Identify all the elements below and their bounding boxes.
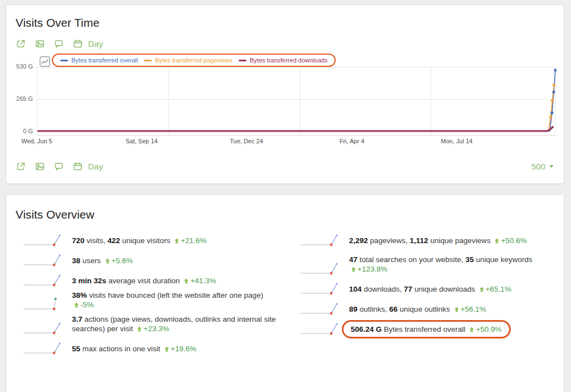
stat-row: 720 visits, 422 unique visitors +21.6%: [23, 230, 284, 245]
overview-column-left: 720 visits, 422 unique visitors +21.6%38…: [23, 230, 284, 359]
increase-arrow-icon: [479, 287, 485, 292]
x-tick-label: Wed, Jun 5: [21, 138, 52, 144]
stat-label: average visit duration: [107, 277, 182, 285]
stat-label: downloads,: [362, 285, 404, 293]
legend-item[interactable]: Bytes transferred overall: [60, 57, 138, 64]
stat-text: 720 visits, 422 unique visitors +21.6%: [72, 236, 284, 245]
stat-label: actions (page views, downloads, outlinks…: [72, 315, 275, 333]
increase-arrow-icon: [137, 326, 142, 332]
stat-value: 720: [72, 236, 85, 245]
stat-value: 47: [349, 255, 357, 264]
increase-arrow-icon: [494, 238, 500, 244]
increase-arrow-icon: [183, 278, 189, 284]
stat-value: 38: [72, 257, 80, 265]
legend-item[interactable]: Bytes transferred downloads: [239, 57, 327, 64]
sparkline-rise-icon: [300, 299, 340, 317]
chevron-down-icon: [549, 165, 554, 168]
series-line-bytes-transferred-overall: [37, 70, 555, 131]
stat-value: 3.7: [72, 315, 83, 323]
widget-title: Visits Overview: [16, 208, 94, 221]
image-icon[interactable]: [35, 161, 45, 172]
legend-label: Bytes transferred overall: [71, 57, 138, 64]
stat-value: 422: [108, 236, 120, 245]
stat-row: 3.7 actions (page views, downloads, outl…: [23, 314, 284, 333]
data-point-bytes-transferred-pageviews: [551, 99, 554, 101]
stat-text: 2,292 pageviews, 1,112 unique pageviews …: [349, 236, 539, 245]
evolution-percent: +19.6%: [171, 345, 196, 353]
evolution-change: +56.1%: [452, 305, 486, 313]
increase-arrow-icon: [105, 258, 110, 264]
stat-text: 506.24 G Bytes transferred overall +50.9…: [349, 325, 539, 334]
x-tick-label: Mon, Jul 14: [441, 138, 473, 144]
stat-value: 3 min 32s: [72, 277, 107, 285]
evolution-change: +123.8%: [349, 265, 388, 273]
calendar-icon[interactable]: [72, 161, 83, 172]
sparkline-rise-icon: [300, 230, 340, 248]
widget-toolbar-top: Day: [16, 38, 554, 49]
data-point-bytes-transferred-downloads: [551, 126, 554, 128]
image-icon[interactable]: [35, 38, 45, 49]
y-tick-label: 265 G: [9, 95, 33, 102]
stat-label: visits,: [85, 236, 108, 245]
y-tick-label: 530 G: [9, 63, 33, 70]
data-point-bytes-transferred-overall: [550, 112, 553, 114]
stat-row: 47 total searches on your website, 35 un…: [300, 255, 539, 274]
stat-text: 55 max actions in one visit +19.6%: [72, 344, 284, 354]
export-icon[interactable]: [16, 161, 26, 172]
stat-value: 55: [72, 345, 80, 353]
stat-row: 506.24 G Bytes transferred overall +50.9…: [300, 319, 539, 334]
stat-row: 55 max actions in one visit +19.6%: [23, 338, 284, 354]
stat-text: 47 total searches on your website, 35 un…: [349, 255, 539, 274]
data-point-bytes-transferred-pageviews: [549, 115, 552, 118]
evolution-percent: +41.3%: [190, 277, 216, 285]
increase-arrow-icon: [74, 302, 79, 308]
export-icon[interactable]: [16, 38, 26, 49]
chart-legend: Bytes transferred overallBytes transferr…: [60, 57, 327, 64]
period-selector[interactable]: Day: [88, 162, 103, 171]
annotation-oval-legend: Bytes transferred overallBytes transferr…: [52, 54, 336, 67]
visits-over-time-widget: Visits Over Time: [6, 4, 564, 184]
stat-text: 89 outlinks, 66 unique outlinks +56.1%: [349, 304, 539, 314]
line-chart-icon-button[interactable]: [40, 56, 50, 69]
stat-value: 66: [389, 305, 398, 313]
time-series-plot[interactable]: [37, 65, 557, 135]
period-selector[interactable]: Day: [88, 39, 103, 49]
sparkline-rise-icon: [300, 259, 340, 277]
evolution-change: +5.6%: [103, 257, 133, 265]
evolution-change: +50.9%: [467, 325, 501, 333]
row-limit-dropdown[interactable]: 500: [531, 162, 554, 171]
stat-text: 3 min 32s average visit duration +41.3%: [72, 276, 284, 285]
annotation-icon[interactable]: [54, 161, 64, 172]
stat-label: visits have bounced (left the website af…: [87, 291, 263, 299]
stat-text: 38 users +5.6%: [72, 256, 284, 265]
stat-row: 3 min 32s average visit duration +41.3%: [23, 270, 284, 285]
widget-toolbar-bottom: Day 500: [16, 161, 554, 172]
stat-label: unique pageviews: [428, 236, 493, 245]
legend-item[interactable]: Bytes transferred pageviews: [144, 57, 233, 64]
legend-dash-icon: [144, 60, 152, 61]
sparkline-rise-icon: [23, 250, 63, 268]
stat-label: outlinks,: [357, 305, 389, 313]
evolution-percent: -5%: [80, 301, 94, 309]
stat-label: unique visitors: [120, 236, 172, 245]
legend-label: Bytes transferred pageviews: [155, 57, 233, 64]
increase-arrow-icon: [351, 267, 356, 272]
data-point-bytes-transferred-pageviews: [553, 83, 555, 86]
stat-value: 77: [404, 285, 412, 293]
row-limit-value: 500: [531, 162, 545, 171]
stat-value: 35: [466, 255, 474, 264]
stat-label: pageviews,: [368, 236, 410, 245]
x-tick-label: Tue, Dec 24: [230, 138, 263, 144]
x-tick-label: Fri, Apr 4: [340, 138, 365, 144]
evolution-change: +50.6%: [492, 236, 526, 245]
annotation-icon[interactable]: [54, 38, 64, 49]
evolution-change: -5%: [72, 301, 94, 309]
evolution-percent: +56.1%: [461, 305, 486, 313]
calendar-icon[interactable]: [72, 38, 83, 49]
stat-value: 89: [349, 305, 357, 313]
legend-label: Bytes transferred downloads: [250, 57, 327, 64]
stat-label: unique keywords: [474, 255, 533, 264]
evolution-percent: +50.6%: [501, 236, 526, 245]
sparkline-rise-icon: [23, 338, 63, 356]
stat-row: 38 users +5.6%: [23, 250, 284, 265]
